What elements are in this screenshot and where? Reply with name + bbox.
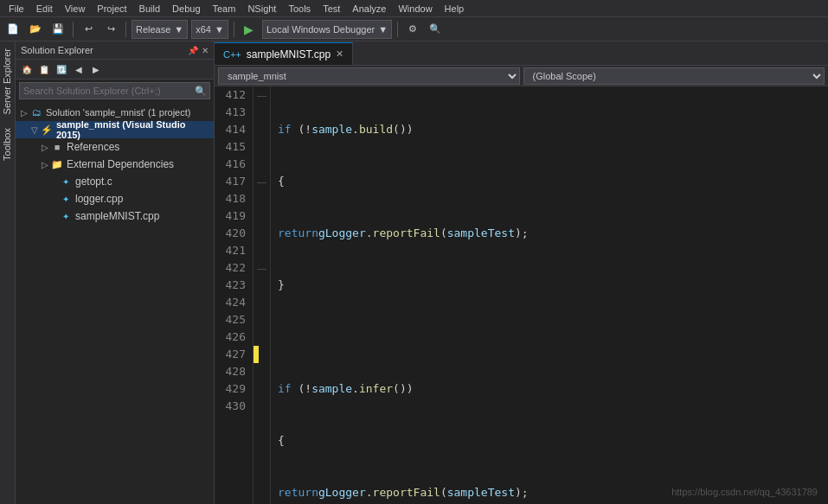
line-416	[278, 329, 828, 346]
solution-explorer-header: Solution Explorer 📌 ✕	[16, 41, 214, 60]
toolbar-separator-4	[397, 22, 398, 37]
line-418: {	[278, 432, 828, 450]
panel-controls: 📌 ✕	[188, 46, 209, 55]
toolbar-separator-2	[125, 22, 126, 37]
menu-analyze[interactable]: Analyze	[347, 2, 391, 16]
toolbar-btn-open[interactable]: 📂	[26, 20, 45, 39]
sample-mnist-label: sampleMNIST.cpp	[75, 210, 159, 222]
tree-item-external-deps[interactable]: ▷ 📁 External Dependencies	[16, 156, 214, 173]
gutter-413	[254, 104, 270, 121]
toolbar: 📄 📂 💾 ↩ ↪ Release ▼ x64 ▼ ▶ Local Window…	[0, 17, 828, 41]
code-container[interactable]: 412 413 414 415 416 417 418 419 420 421 …	[215, 86, 828, 504]
expand-icon-ext-deps: ▷	[40, 160, 50, 169]
toolbox-tab[interactable]: Toolbox	[0, 121, 15, 168]
nav-class-dropdown[interactable]: sample_mnist	[218, 67, 520, 85]
tree-item-project[interactable]: ▽ ⚡ sample_mnist (Visual Studio 2015)	[16, 121, 214, 138]
tab-sample-mnist[interactable]: C++ sampleMNIST.cpp ✕	[215, 42, 353, 65]
toolbar-btn-misc1[interactable]: ⚙	[403, 20, 422, 39]
menu-tools[interactable]: Tools	[283, 2, 316, 16]
se-toolbar-btn5[interactable]: ▶	[88, 61, 104, 77]
getopt-label: getopt.c	[75, 175, 112, 188]
tab-label: sampleMNIST.cpp	[247, 48, 331, 61]
gutter-420	[254, 225, 270, 242]
expand-icon-project: ▽	[29, 125, 40, 135]
debugger-dropdown[interactable]: Local Windows Debugger ▼	[262, 20, 392, 39]
tree-item-references[interactable]: ▷ ■ References	[16, 138, 214, 156]
se-toolbar-btn2[interactable]: 📋	[36, 61, 52, 77]
gutter-417[interactable]: —	[254, 173, 270, 190]
gutter-422[interactable]: —	[254, 259, 270, 277]
menu-debug[interactable]: Debug	[167, 2, 205, 16]
tree-item-solution[interactable]: ▷ 🗂 Solution 'sample_mnist' (1 project)	[16, 104, 214, 121]
toolbar-separator-1	[73, 22, 74, 37]
line-414: return gLogger.reportFail(sampleTest);	[278, 225, 828, 242]
gutter-415	[254, 138, 270, 156]
menu-test[interactable]: Test	[318, 2, 345, 16]
tree-item-logger[interactable]: ✦ logger.cpp	[16, 190, 214, 207]
menu-file[interactable]: File	[3, 2, 29, 16]
search-input[interactable]	[20, 86, 192, 96]
se-toolbar-btn1[interactable]: 🏠	[19, 61, 35, 77]
solution-explorer-panel: Solution Explorer 📌 ✕ 🏠 📋 🔃 ◀ ▶ 🔍 ▷ 🗂 So…	[16, 41, 215, 504]
folder-icon: 📁	[50, 157, 64, 171]
solution-explorer-toolbar: 🏠 📋 🔃 ◀ ▶	[16, 60, 214, 80]
gutter-428	[254, 363, 270, 380]
logger-label: logger.cpp	[75, 193, 123, 205]
menu-window[interactable]: Window	[393, 2, 437, 16]
gutter-412[interactable]: —	[254, 86, 270, 104]
editor-area: C++ sampleMNIST.cpp ✕ sample_mnist (Glob…	[215, 41, 828, 504]
gutter-421	[254, 242, 270, 259]
menu-edit[interactable]: Edit	[31, 2, 58, 16]
tab-close-btn[interactable]: ✕	[336, 48, 343, 60]
server-explorer-tab[interactable]: Server Explorer	[0, 41, 15, 121]
menu-build[interactable]: Build	[134, 2, 165, 16]
sample-mnist-icon: ✦	[59, 209, 73, 223]
collapse-btn-417[interactable]: —	[257, 176, 266, 187]
menu-project[interactable]: Project	[92, 2, 132, 16]
line-412: if (!sample.build())	[278, 121, 828, 138]
search-icon: 🔍	[192, 86, 209, 97]
close-panel-icon[interactable]: ✕	[202, 46, 209, 55]
toolbar-btn-save[interactable]: 💾	[48, 20, 67, 39]
platform-dropdown[interactable]: x64 ▼	[191, 20, 228, 39]
code-gutter: — — —	[254, 86, 271, 504]
expand-icon-solution: ▷	[19, 108, 29, 118]
expand-icon-references: ▷	[40, 143, 50, 152]
toolbar-btn-redo[interactable]: ↪	[101, 20, 120, 39]
tree-item-sample-mnist[interactable]: ✦ sampleMNIST.cpp	[16, 207, 214, 225]
gutter-430	[254, 398, 270, 415]
code-editor[interactable]: if (!sample.build()) { return gLogger.re…	[271, 86, 828, 504]
menu-team[interactable]: Team	[208, 2, 241, 16]
menu-help[interactable]: Help	[440, 2, 470, 16]
watermark: https://blog.csdn.net/qq_43631789	[671, 487, 818, 497]
line-numbers: 412 413 414 415 416 417 418 419 420 421 …	[215, 86, 254, 504]
gutter-424	[254, 294, 270, 311]
logger-icon: ✦	[59, 192, 73, 206]
se-toolbar-btn4[interactable]: ◀	[71, 61, 87, 77]
toolbar-btn-new[interactable]: 📄	[3, 20, 22, 39]
collapse-btn-412[interactable]: —	[257, 90, 266, 100]
gutter-427	[254, 346, 259, 363]
references-icon: ■	[50, 140, 64, 154]
line-417: if (!sample.infer())	[278, 380, 828, 398]
toolbar-btn-undo[interactable]: ↩	[79, 20, 98, 39]
menu-nsight[interactable]: NSight	[242, 2, 281, 16]
nav-method-dropdown[interactable]: (Global Scope)	[523, 67, 825, 85]
se-toolbar-btn3[interactable]: 🔃	[54, 61, 69, 77]
config-dropdown[interactable]: Release ▼	[132, 20, 188, 39]
solution-label: Solution 'sample_mnist' (1 project)	[46, 107, 190, 118]
project-icon: ⚡	[40, 123, 54, 137]
tree-item-getopt[interactable]: ✦ getopt.c	[16, 173, 214, 190]
start-debug-btn[interactable]: ▶	[240, 20, 259, 39]
toolbar-btn-misc2[interactable]: 🔍	[426, 20, 445, 39]
gutter-425	[254, 311, 270, 329]
search-box: 🔍	[19, 82, 210, 99]
line-415: }	[278, 277, 828, 294]
solution-tree: ▷ 🗂 Solution 'sample_mnist' (1 project) …	[16, 102, 214, 504]
gutter-414	[254, 121, 270, 138]
pin-icon[interactable]: 📌	[188, 46, 198, 55]
references-label: References	[67, 141, 119, 153]
collapse-btn-422[interactable]: —	[257, 263, 266, 273]
c-file-icon: ✦	[59, 175, 73, 188]
menu-view[interactable]: View	[60, 2, 91, 16]
